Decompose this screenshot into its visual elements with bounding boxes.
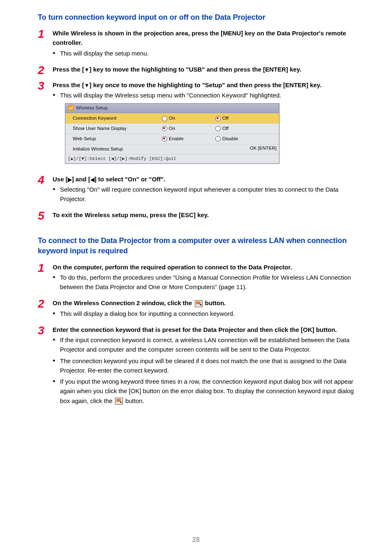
section1-heading: To turn connection keyword input on or o… — [38, 12, 362, 23]
s2-step2: 2 On the Wireless Connection 2 window, c… — [38, 298, 362, 321]
step-bullet: To do this, perform the procedures under… — [53, 273, 362, 292]
ws-row-label: Web Setup — [65, 134, 162, 144]
step-bullet: If the input connection keyword is corre… — [53, 335, 362, 354]
s1-step2: 2 Press the [▼] key to move the highligh… — [38, 65, 362, 76]
step-bullet: This will display the setup menu. — [53, 49, 362, 58]
section2-heading: To connect to the Data Projector from a … — [38, 236, 362, 256]
step-title: Use [▶] and [◀] to select "On" or "Off". — [53, 174, 362, 184]
wireless-setup-footer: [▲]/[▼]:Select [◀]/[▶]:Modify [ESC]:Quit — [65, 154, 279, 163]
ws-row-initialize[interactable]: Initialize Wireless Setup OK [ENTER] — [65, 144, 279, 154]
ws-row-label: Show User Name Display — [65, 124, 162, 133]
step-number: 5 — [38, 210, 53, 222]
right-arrow-icon: ▶ — [68, 177, 72, 182]
text-fragment: Use [ — [53, 176, 68, 183]
projection-button-icon — [195, 300, 203, 307]
wireless-setup-title-text: Wireless Setup — [76, 104, 108, 112]
step-bullet: This will display the Wireless setup men… — [53, 90, 362, 100]
text-fragment: button. — [203, 299, 226, 306]
step-title: On the Wireless Connection 2 window, cli… — [53, 298, 362, 308]
text-fragment: On the Wireless Connection 2 window, cli… — [53, 299, 194, 306]
text-fragment: ] key to move the highlighting to "USB" … — [90, 66, 302, 73]
ws-opt: Off — [222, 115, 228, 122]
step-bullet: This will display a dialog box for input… — [53, 309, 362, 318]
s2-step1: 1 On the computer, perform the required … — [38, 262, 362, 294]
step-title: Press the [▼] key to move the highlighti… — [53, 65, 362, 74]
ws-opt: Off — [222, 125, 228, 132]
step-title: To exit the Wireless setup menu, press t… — [53, 210, 362, 220]
text-fragment: ] key once to move the highlighting to "… — [90, 81, 322, 88]
radio-icon — [215, 126, 221, 131]
step-title: Press the [▼] key once to move the highl… — [53, 80, 362, 90]
ws-row-web-setup[interactable]: Web Setup Enable Disable — [65, 134, 279, 144]
step-title: On the computer, perform the required op… — [53, 262, 362, 272]
ws-opt: On — [169, 125, 175, 132]
ws-ok-hint: OK [ENTER] — [215, 145, 279, 154]
page-number: 28 — [0, 536, 392, 544]
s1-step3: 3 Press the [▼] key once to move the hig… — [38, 80, 362, 170]
radio-selected-icon — [162, 126, 167, 131]
text-fragment: Press the [ — [53, 81, 84, 88]
down-arrow-icon: ▼ — [84, 67, 90, 72]
ws-opt: On — [169, 115, 175, 122]
text-fragment: button. — [124, 397, 144, 404]
radio-icon — [162, 116, 167, 121]
radio-selected-icon — [162, 136, 167, 141]
ws-row-label: Connection Keyword — [65, 114, 162, 123]
s1-step5: 5 To exit the Wireless setup menu, press… — [38, 210, 362, 222]
step-bullet: The connection keyword you input will be… — [53, 356, 362, 375]
s2-step3: 3 Enter the connection keyword that is p… — [38, 325, 362, 408]
s1-step4: 4 Use [▶] and [◀] to select "On" or "Off… — [38, 174, 362, 206]
ws-opt: Disable — [222, 135, 238, 143]
wireless-setup-title: 📶 Wireless Setup — [65, 104, 279, 113]
step-number: 2 — [38, 65, 53, 76]
wireless-icon: 📶 — [68, 104, 74, 112]
step-number: 1 — [38, 28, 53, 40]
step-number: 3 — [38, 325, 53, 336]
step-number: 3 — [38, 80, 53, 92]
step-title: While Wireless is shown in the projectio… — [53, 28, 362, 48]
text-fragment: ] to select "On" or "Off". — [95, 176, 166, 183]
ws-row-connection-keyword[interactable]: Connection Keyword On Off — [65, 113, 279, 123]
projection-button-icon — [115, 398, 123, 405]
radio-selected-icon — [215, 116, 221, 121]
text-fragment: ] and [ — [72, 176, 90, 183]
step-bullet: Selecting "On" will require connection k… — [53, 185, 362, 204]
s1-step1: 1 While Wireless is shown in the project… — [38, 28, 362, 60]
left-arrow-icon: ◀ — [90, 177, 95, 182]
step-title: Enter the connection keyword that is pre… — [53, 325, 362, 334]
step-number: 2 — [38, 298, 53, 310]
step-number: 1 — [38, 262, 53, 274]
ws-row-label: Initialize Wireless Setup — [65, 145, 162, 154]
step-number: 4 — [38, 174, 53, 186]
text-fragment: If you input the wrong keyword three tim… — [60, 378, 354, 404]
ws-row-user-name[interactable]: Show User Name Display On Off — [65, 123, 279, 134]
radio-icon — [215, 136, 221, 141]
wireless-setup-panel: 📶 Wireless Setup Connection Keyword On O… — [65, 103, 279, 163]
text-fragment: Press the [ — [53, 66, 84, 73]
down-arrow-icon: ▼ — [84, 83, 90, 88]
ws-opt: Enable — [169, 135, 184, 143]
step-bullet: If you input the wrong keyword three tim… — [53, 377, 362, 405]
